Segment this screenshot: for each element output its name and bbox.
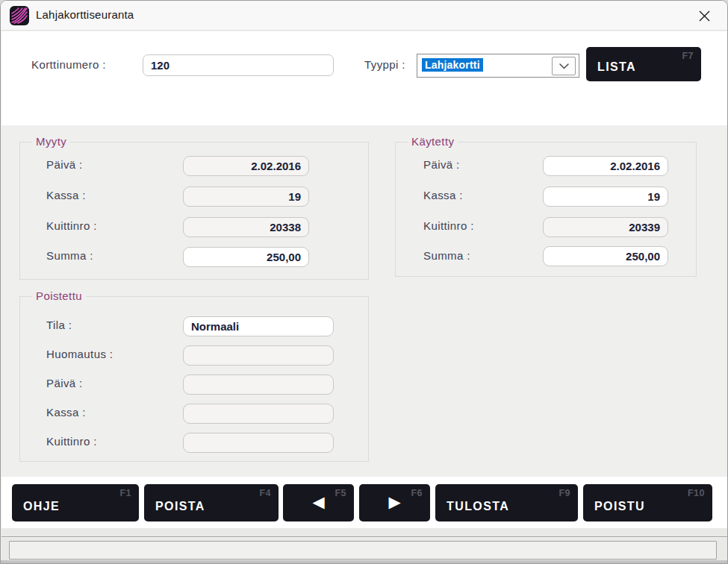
poistettu-huomautus-field[interactable] [183,345,334,366]
kaytetty-kuittinro-field[interactable] [543,217,668,237]
status-bar [9,541,717,560]
myyty-kuittinro-field[interactable] [183,217,309,237]
ohje-button-fkey: F1 [119,488,131,498]
button-strip: OHJE F1 POISTA F4 ◀ F5 ▶ F6 TULOSTA F9 P… [1,477,728,528]
group-kaytetty-title: Käytetty [408,135,458,148]
kaytetty-summa-field[interactable] [543,246,668,266]
kaytetty-kassa-field[interactable] [543,187,668,207]
lista-button[interactable]: LISTA F7 [586,47,701,81]
header-panel: Korttinumero : Tyyppi : Lahjakortti LIST… [1,31,728,125]
combobox-dropdown-button[interactable] [552,57,576,75]
tulosta-button[interactable]: TULOSTA F9 [435,484,578,521]
app-logo-icon [10,6,29,25]
card-number-input[interactable] [143,54,334,76]
poista-button-fkey: F4 [259,488,271,498]
poista-button-label: POISTA [155,500,205,513]
poistettu-paiva-field[interactable] [183,375,334,395]
group-myyty: Myyty Päivä : Kassa : Kuittinro : Summa … [19,142,369,280]
close-icon [699,10,710,22]
tulosta-button-fkey: F9 [559,488,570,498]
kaytetty-paiva-label: Päivä : [423,158,460,171]
group-poistettu: Poistettu Tila : Huomautus : Päivä : Kas… [19,296,369,462]
next-button[interactable]: ▶ F6 [359,484,430,521]
kaytetty-summa-label: Summa : [423,249,470,262]
poistettu-kassa-label: Kassa : [46,406,86,419]
poistu-button[interactable]: POISTU F10 [583,484,712,521]
type-selected-value: Lahjakortti [422,58,483,72]
poistu-button-fkey: F10 [688,488,705,498]
poista-button[interactable]: POISTA F4 [144,484,279,521]
myyty-paiva-label: Päivä : [46,158,83,171]
window-title: Lahjakorttiseuranta [36,8,134,21]
group-poistettu-title: Poistettu [32,289,86,302]
chevron-down-icon [559,63,569,69]
kaytetty-paiva-field[interactable] [543,156,668,176]
group-myyty-title: Myyty [32,135,70,148]
poistu-button-label: POISTU [594,500,645,513]
ohje-button[interactable]: OHJE F1 [12,484,139,521]
poistettu-kuittinro-field[interactable] [183,433,334,453]
type-label: Tyyppi : [364,58,405,71]
myyty-summa-field[interactable] [183,247,309,267]
lista-button-label: LISTA [597,60,636,74]
close-button[interactable] [691,6,717,25]
kaytetty-kassa-label: Kassa : [423,189,463,201]
taskbar-sliver [1,560,728,564]
poistettu-paiva-label: Päivä : [46,377,83,389]
card-number-label: Korttinumero : [31,58,106,71]
previous-button-fkey: F5 [335,488,346,498]
myyty-kassa-label: Kassa : [46,189,86,201]
lista-button-fkey: F7 [682,51,694,61]
poistettu-kassa-field[interactable] [183,404,334,424]
type-combobox[interactable]: Lahjakortti [417,54,579,78]
poistettu-huomautus-label: Huomautus : [46,348,113,360]
status-area [1,528,728,560]
poistettu-tila-label: Tila : [46,319,72,331]
myyty-kuittinro-label: Kuittinro : [46,219,97,232]
next-button-fkey: F6 [411,488,423,498]
myyty-paiva-field[interactable] [183,156,309,176]
kaytetty-kuittinro-label: Kuittinro : [423,219,474,232]
divider [1,537,728,538]
ohje-button-label: OHJE [23,500,60,513]
group-kaytetty: Käytetty Päivä : Kassa : Kuittinro : Sum… [395,142,697,277]
tulosta-button-label: TULOSTA [447,500,509,513]
title-bar: Lahjakorttiseuranta [1,1,727,31]
app-window: Lahjakorttiseuranta Korttinumero : Tyypp… [0,0,728,564]
myyty-summa-label: Summa : [46,249,93,262]
myyty-kassa-field[interactable] [183,187,309,207]
poistettu-kuittinro-label: Kuittinro : [46,435,97,448]
poistettu-tila-field[interactable] [183,316,334,336]
previous-button[interactable]: ◀ F5 [283,484,354,521]
